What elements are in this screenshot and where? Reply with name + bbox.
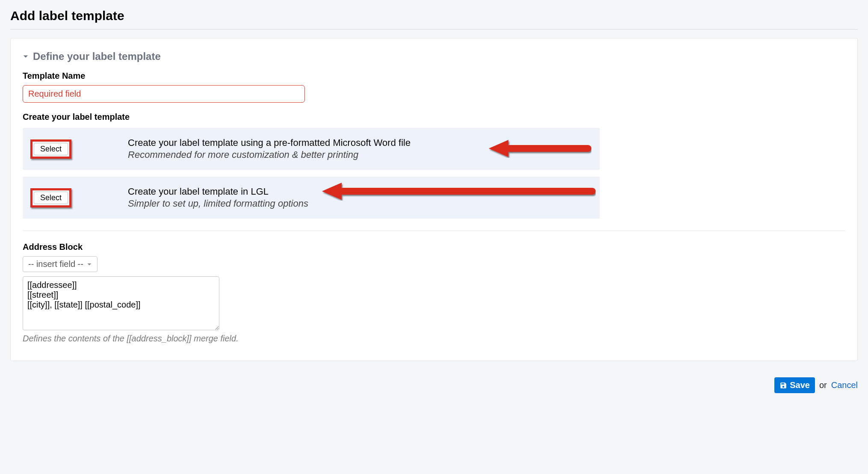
- svg-rect-2: [339, 188, 596, 195]
- option-lgl: Select Create your label template in LGL…: [23, 177, 600, 219]
- svg-rect-0: [506, 145, 591, 152]
- section-title: Define your label template: [33, 50, 161, 62]
- option-word-file: Select Create your label template using …: [23, 128, 600, 170]
- option-lgl-secondary: Simpler to set up, limited formatting op…: [128, 198, 308, 209]
- address-block-textarea[interactable]: [23, 276, 219, 330]
- chevron-down-icon: [23, 53, 29, 59]
- page-title: Add label template: [10, 9, 858, 23]
- insert-field-dropdown[interactable]: -- insert field --: [23, 256, 97, 272]
- inner-divider: [23, 231, 845, 231]
- template-name-label: Template Name: [23, 71, 845, 81]
- option-lgl-primary: Create your label template in LGL: [128, 186, 308, 197]
- select-lgl-button[interactable]: Select: [34, 192, 68, 204]
- arrow-icon: [489, 139, 591, 158]
- option-word-secondary: Recommended for more customization & bet…: [128, 149, 410, 160]
- address-block-label: Address Block: [23, 242, 845, 252]
- template-name-input[interactable]: [23, 85, 305, 103]
- svg-marker-3: [322, 183, 342, 200]
- section-header[interactable]: Define your label template: [23, 50, 845, 62]
- save-button[interactable]: Save: [774, 377, 815, 393]
- svg-marker-1: [489, 140, 508, 157]
- select-word-button[interactable]: Select: [34, 143, 68, 155]
- cancel-link[interactable]: Cancel: [831, 380, 858, 390]
- insert-field-dropdown-label: -- insert field --: [28, 259, 83, 269]
- create-heading: Create your label template: [23, 112, 845, 122]
- title-divider: [10, 29, 858, 30]
- main-panel: Define your label template Template Name…: [10, 38, 858, 361]
- save-label: Save: [790, 380, 810, 390]
- option-word-primary: Create your label template using a pre-f…: [128, 137, 410, 148]
- save-icon: [779, 382, 787, 389]
- address-block-helper: Defines the contents of the [[address_bl…: [23, 334, 845, 344]
- caret-down-icon: [87, 262, 92, 267]
- arrow-icon: [322, 182, 596, 201]
- or-text: or: [819, 380, 827, 390]
- footer: Save or Cancel: [0, 370, 868, 403]
